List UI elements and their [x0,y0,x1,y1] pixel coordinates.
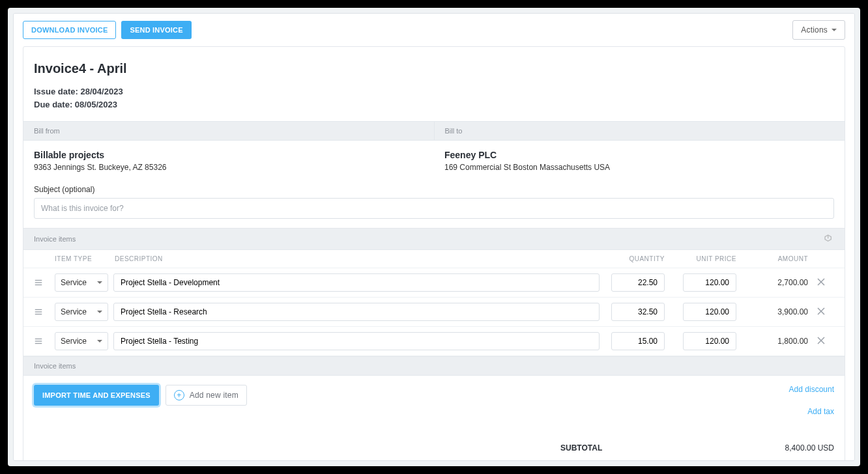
col-header-qty: QUANTITY [600,255,665,262]
add-discount-link[interactable]: Add discount [789,385,834,394]
item-amount: 1,800.00 [736,337,808,346]
col-header-price: UNIT PRICE [665,255,736,262]
col-header-type: ITEM TYPE [55,255,113,262]
invoice-page: DOWNLOAD INVOICE SEND INVOICE Actions In… [13,13,855,461]
bill-from-address: 9363 Jennings St. Buckeye, AZ 85326 [34,163,424,172]
invoice-title: Invoice4 - April [34,61,834,76]
item-description-input[interactable] [113,303,600,321]
caret-down-icon [97,340,102,342]
bill-to-name: Feeney PLC [444,150,834,160]
invoice-items-footer: Invoice items [23,356,845,376]
bill-to-header: Bill to [434,122,845,140]
invoice-items-header: Invoice items [34,235,76,243]
subject-label: Subject (optional) [34,185,834,194]
item-amount: 3,900.00 [736,307,808,316]
download-invoice-button[interactable]: DOWNLOAD INVOICE [23,21,116,39]
item-type-select[interactable]: Service [55,332,108,350]
tags-icon[interactable] [824,234,834,244]
item-description-input[interactable] [113,273,600,292]
col-header-amount: AMOUNT [736,255,808,262]
invoice-item-row: Service 1,800.00 [23,327,845,356]
bill-to-cell: Feeney PLC 169 Commercial St Boston Mass… [434,141,845,181]
item-unit-price-input[interactable] [683,273,736,292]
caret-down-icon [832,29,837,31]
bill-from-name: Billable projects [34,150,424,160]
item-type-select[interactable]: Service [55,303,108,321]
actions-dropdown[interactable]: Actions [792,20,845,40]
item-quantity-input[interactable] [611,332,665,350]
send-invoice-button[interactable]: SEND INVOICE [121,21,191,39]
bill-from-cell: Billable projects 9363 Jennings St. Buck… [23,141,434,181]
import-time-expenses-button[interactable]: IMPORT TIME AND EXPENSES [34,385,159,406]
item-type-select[interactable]: Service [55,273,108,292]
invoice-card: Invoice4 - April Issue date: 28/04/2023 … [23,46,845,461]
item-unit-price-input[interactable] [683,332,736,350]
subtotal-label: SUBTOTAL [560,443,756,453]
subject-input[interactable] [34,198,834,219]
total-due-label: TOTAL AMOUNT DUE [560,460,756,461]
item-quantity-input[interactable] [611,273,665,292]
item-amount: 2,700.00 [736,278,808,287]
drag-handle-icon[interactable] [34,307,55,316]
drag-handle-icon[interactable] [34,337,55,346]
caret-down-icon [97,281,102,284]
item-unit-price-input[interactable] [683,303,736,321]
add-new-item-button[interactable]: + Add new item [166,385,247,406]
bill-from-header: Bill from [23,122,434,140]
caret-down-icon [97,311,102,313]
bill-to-address: 169 Commercial St Boston Massachusetts U… [444,163,834,172]
delete-item-button[interactable] [808,306,834,318]
issue-date-line: Issue date: 28/04/2023 [34,85,834,98]
item-quantity-input[interactable] [611,303,665,321]
invoice-item-row: Service 3,900.00 [23,298,845,327]
plus-circle-icon: + [174,390,184,400]
item-description-input[interactable] [113,332,600,350]
total-due-value: 8,400.00 USD [756,460,834,461]
add-tax-link[interactable]: Add tax [789,407,834,416]
due-date-line: Due date: 08/05/2023 [34,98,834,111]
topbar: DOWNLOAD INVOICE SEND INVOICE Actions [14,14,854,46]
col-header-desc: DESCRIPTION [113,255,600,262]
delete-item-button[interactable] [808,277,834,288]
actions-label: Actions [801,25,828,35]
delete-item-button[interactable] [808,335,834,347]
drag-handle-icon[interactable] [34,278,55,287]
subtotal-value: 8,400.00 USD [756,443,834,453]
invoice-item-row: Service 2,700.00 [23,268,845,298]
